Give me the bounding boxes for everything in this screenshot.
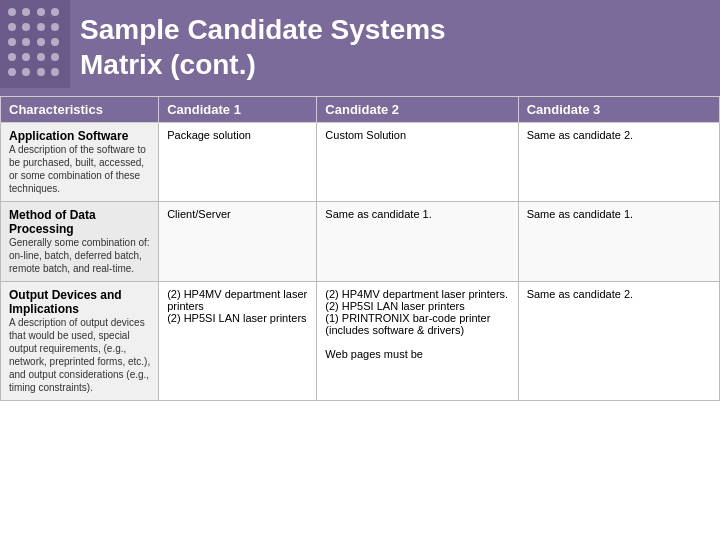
row-characteristics: Method of Data ProcessingGenerally some … <box>1 202 159 282</box>
col-header-candidate1: Candidate 1 <box>159 97 317 123</box>
row-candidate1: (2) HP4MV department laser printers (2) … <box>159 282 317 401</box>
row-characteristics: Output Devices and ImplicationsA descrip… <box>1 282 159 401</box>
row-candidate3: Same as candidate 2. <box>518 123 719 202</box>
table-row: Application SoftwareA description of the… <box>1 123 720 202</box>
row-candidate1: Client/Server <box>159 202 317 282</box>
header: Sample Candidate Systems Matrix (cont.) <box>0 0 720 96</box>
row-characteristics: Application SoftwareA description of the… <box>1 123 159 202</box>
header-dots <box>0 0 70 88</box>
candidate-matrix-table: Characteristics Candidate 1 Candidate 2 … <box>0 96 720 401</box>
col-header-characteristics: Characteristics <box>1 97 159 123</box>
page-title: Sample Candidate Systems Matrix (cont.) <box>80 12 446 82</box>
row-candidate1: Package solution <box>159 123 317 202</box>
table-row: Output Devices and ImplicationsA descrip… <box>1 282 720 401</box>
row-candidate2: Same as candidate 1. <box>317 202 518 282</box>
col-header-candidate3: Candidate 3 <box>518 97 719 123</box>
row-candidate3: Same as candidate 1. <box>518 202 719 282</box>
row-candidate2: Custom Solution <box>317 123 518 202</box>
table-row: Method of Data ProcessingGenerally some … <box>1 202 720 282</box>
row-candidate3: Same as candidate 2. <box>518 282 719 401</box>
col-header-candidate2: Candidate 2 <box>317 97 518 123</box>
row-candidate2: (2) HP4MV department laser printers. (2)… <box>317 282 518 401</box>
